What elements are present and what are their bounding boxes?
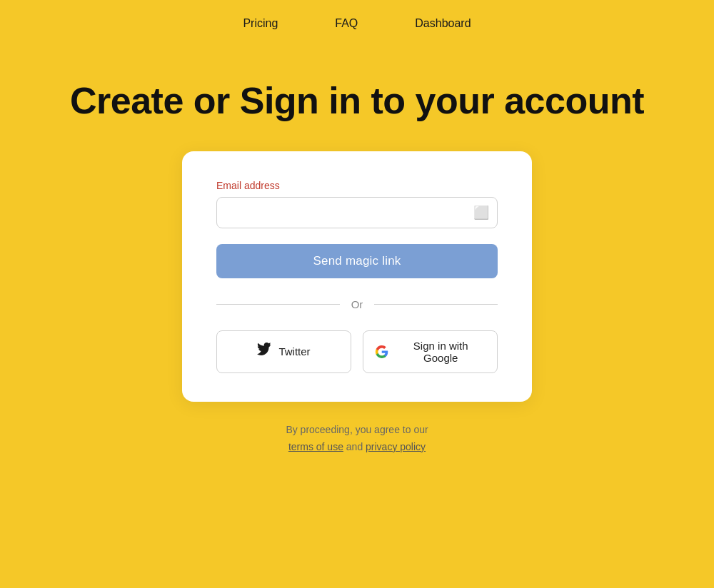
page-title: Create or Sign in to your account <box>70 80 644 123</box>
google-icon <box>375 345 388 359</box>
or-divider: Or <box>216 298 498 310</box>
twitter-signin-button[interactable]: Twitter <box>216 330 351 373</box>
nav-faq[interactable]: FAQ <box>335 17 358 30</box>
privacy-policy-link[interactable]: privacy policy <box>366 441 426 452</box>
google-btn-label: Sign in with Google <box>396 340 486 364</box>
main-nav: Pricing FAQ Dashboard <box>0 0 714 44</box>
send-magic-link-button[interactable]: Send magic link <box>216 244 498 278</box>
or-text: Or <box>351 298 363 310</box>
social-buttons: Twitter Sign in with Google <box>216 330 498 373</box>
footer-text: By proceeding, you agree to our <box>286 424 428 435</box>
twitter-btn-label: Twitter <box>278 345 310 358</box>
twitter-icon <box>257 343 271 360</box>
divider-line-right <box>374 304 498 305</box>
email-label: Email address <box>216 180 498 191</box>
terms-of-use-link[interactable]: terms of use <box>288 441 343 452</box>
email-input[interactable] <box>216 197 498 228</box>
nav-dashboard[interactable]: Dashboard <box>415 17 471 30</box>
footer-legal: By proceeding, you agree to our terms of… <box>286 422 428 456</box>
footer-and-word: and <box>346 441 363 452</box>
email-input-wrapper: ⬜ <box>216 197 498 228</box>
google-signin-button[interactable]: Sign in with Google <box>363 330 498 373</box>
divider-line-left <box>216 304 340 305</box>
nav-pricing[interactable]: Pricing <box>243 17 278 30</box>
auth-card: Email address ⬜ Send magic link Or Twitt… <box>182 151 532 402</box>
